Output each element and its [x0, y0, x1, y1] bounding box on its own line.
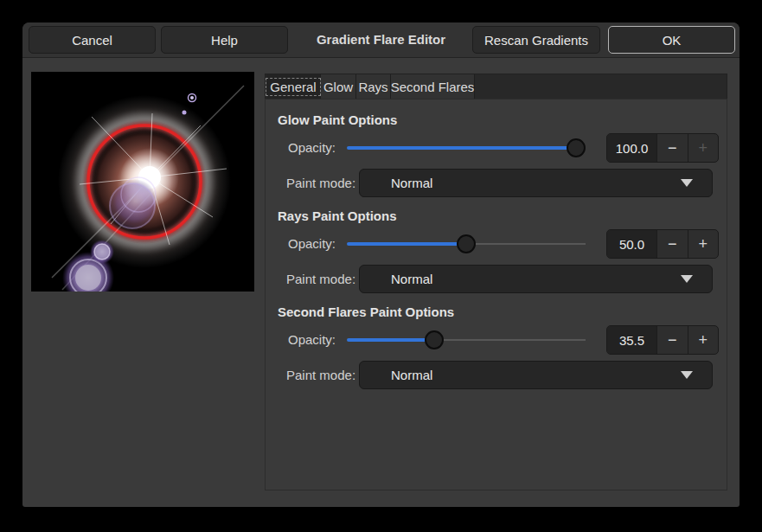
dropdown-arrow-icon: [681, 371, 693, 379]
gradient-flare-editor-dialog: Cancel Help Gradient Flare Editor Rescan…: [22, 22, 740, 507]
general-tab-panel: Glow Paint Options Opacity: 100.0 − + Pa…: [265, 99, 727, 490]
dropdown-arrow-icon: [681, 275, 693, 283]
paint-mode-label: Paint mode:: [286, 368, 355, 382]
rescan-gradients-button[interactable]: Rescan Gradients: [472, 26, 600, 54]
tab-glow-label: Glow: [319, 78, 357, 96]
opacity-label: Opacity:: [288, 140, 336, 155]
minus-icon[interactable]: −: [656, 230, 687, 258]
opacity-label: Opacity:: [288, 236, 336, 251]
dropdown-value: Normal: [360, 176, 432, 190]
slider-rest: [434, 339, 586, 341]
glow-paint-mode-dropdown[interactable]: Normal: [359, 169, 713, 197]
dropdown-value: Normal: [360, 272, 432, 286]
slider-handle[interactable]: [567, 138, 586, 157]
plus-icon[interactable]: +: [688, 326, 718, 354]
rays-opacity-entry[interactable]: 50.0: [607, 230, 656, 258]
glow-opacity-slider[interactable]: [347, 133, 586, 163]
cancel-button[interactable]: Cancel: [29, 26, 156, 54]
paint-mode-label: Paint mode:: [286, 272, 355, 286]
slider-fill: [347, 338, 434, 342]
second-flares-paint-mode-dropdown[interactable]: Normal: [359, 361, 713, 389]
second-flares-opacity-slider[interactable]: [347, 325, 586, 355]
minus-icon[interactable]: −: [656, 326, 687, 354]
rays-opacity-slider[interactable]: [347, 229, 586, 259]
rays-opacity-spinbox: 50.0 − +: [606, 229, 719, 259]
ok-button-label: OK: [663, 33, 682, 48]
tab-bar: General Glow Rays Second Flares: [265, 74, 727, 99]
rays-paint-options-section: Rays Paint Options Opacity: 50.0 − + Pai…: [266, 208, 727, 305]
flare-preview-image: [31, 72, 254, 292]
section-title: Glow Paint Options: [278, 112, 397, 127]
minus-icon[interactable]: −: [656, 134, 687, 162]
second-flares-opacity-spinbox: 35.5 − +: [606, 325, 719, 355]
rescan-gradients-button-label: Rescan Gradients: [484, 33, 588, 48]
flare-preview: [31, 72, 254, 292]
section-title: Rays Paint Options: [278, 208, 397, 223]
glow-paint-options-section: Glow Paint Options Opacity: 100.0 − + Pa…: [266, 112, 727, 209]
rays-paint-mode-dropdown[interactable]: Normal: [359, 265, 713, 293]
slider-handle[interactable]: [457, 234, 476, 253]
second-flares-opacity-entry[interactable]: 35.5: [607, 326, 656, 354]
tab-second-flares[interactable]: Second Flares: [391, 74, 475, 99]
tab-glow[interactable]: Glow: [321, 74, 356, 99]
cancel-button-label: Cancel: [72, 33, 112, 48]
dropdown-arrow-icon: [681, 179, 693, 187]
glow-opacity-entry[interactable]: 100.0: [607, 134, 656, 162]
second-flares-paint-options-section: Second Flares Paint Options Opacity: 35.…: [266, 304, 727, 401]
dropdown-value: Normal: [360, 368, 432, 382]
help-button-label: Help: [211, 33, 238, 48]
header-bar: Cancel Help Gradient Flare Editor Rescan…: [22, 22, 740, 58]
opacity-label: Opacity:: [288, 332, 336, 347]
plus-icon[interactable]: +: [688, 134, 718, 162]
paint-mode-label: Paint mode:: [286, 176, 355, 190]
section-title: Second Flares Paint Options: [278, 304, 454, 319]
plus-icon[interactable]: +: [688, 230, 718, 258]
slider-rest: [466, 243, 586, 245]
tab-general[interactable]: General: [266, 74, 321, 99]
help-button[interactable]: Help: [161, 26, 288, 54]
glow-opacity-spinbox: 100.0 − +: [606, 133, 719, 163]
ok-button[interactable]: OK: [608, 26, 735, 54]
slider-fill: [347, 242, 466, 246]
slider-fill: [347, 146, 576, 150]
tab-second-flares-label: Second Flares: [387, 78, 479, 96]
tab-general-label: General: [266, 78, 320, 96]
slider-handle[interactable]: [425, 330, 444, 349]
